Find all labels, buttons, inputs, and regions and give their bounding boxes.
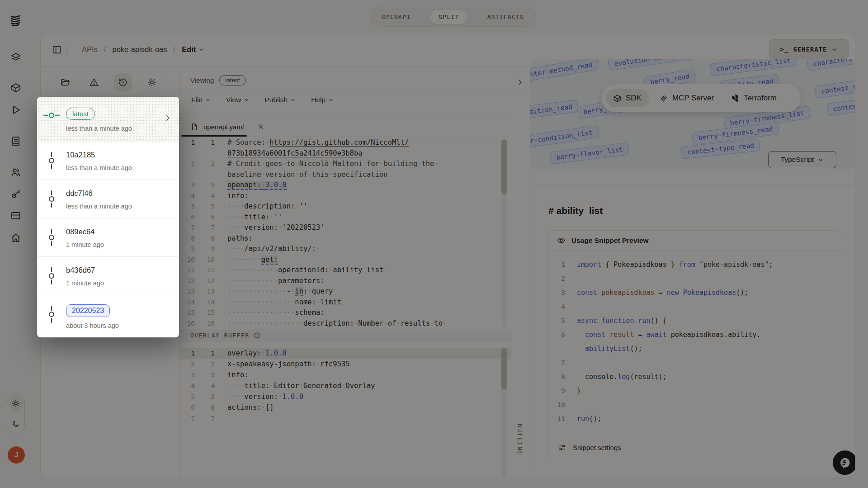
version-item-20220523[interactable]: 20220523about 3 hours ago xyxy=(37,295,179,337)
version-id: ddc7f46 xyxy=(66,189,93,197)
version-item-ddc7f46[interactable]: ddc7f46less than a minute ago xyxy=(37,180,179,218)
version-timestamp: about 3 hours ago xyxy=(66,322,179,329)
commit-icon xyxy=(47,189,57,209)
commit-icon xyxy=(47,227,57,247)
version-timestamp: less than a minute ago xyxy=(66,203,179,210)
version-timestamp: less than a minute ago xyxy=(66,164,179,171)
version-id: b436d67 xyxy=(66,266,95,274)
version-item-b436d67[interactable]: b436d671 minute ago xyxy=(37,257,179,295)
version-timestamp: less than a minute ago xyxy=(66,125,179,132)
version-history-popover: latestless than a minute ago10a2185less … xyxy=(37,97,179,337)
version-item-089ec64[interactable]: 089ec641 minute ago xyxy=(37,218,179,257)
version-id: latest xyxy=(66,108,95,120)
version-item-10a2185[interactable]: 10a2185less than a minute ago xyxy=(37,142,179,180)
version-id: 089ec64 xyxy=(66,227,94,236)
current-version-icon xyxy=(42,110,61,120)
version-item-latest[interactable]: latestless than a minute ago xyxy=(37,97,179,142)
version-id: 10a2185 xyxy=(66,151,95,159)
chevron-right-icon xyxy=(164,114,172,122)
commit-icon xyxy=(47,151,57,171)
version-timestamp: 1 minute ago xyxy=(66,241,179,248)
version-id: 20220523 xyxy=(66,304,110,317)
version-timestamp: 1 minute ago xyxy=(66,280,179,287)
commit-icon xyxy=(47,266,57,286)
commit-icon xyxy=(47,304,57,324)
